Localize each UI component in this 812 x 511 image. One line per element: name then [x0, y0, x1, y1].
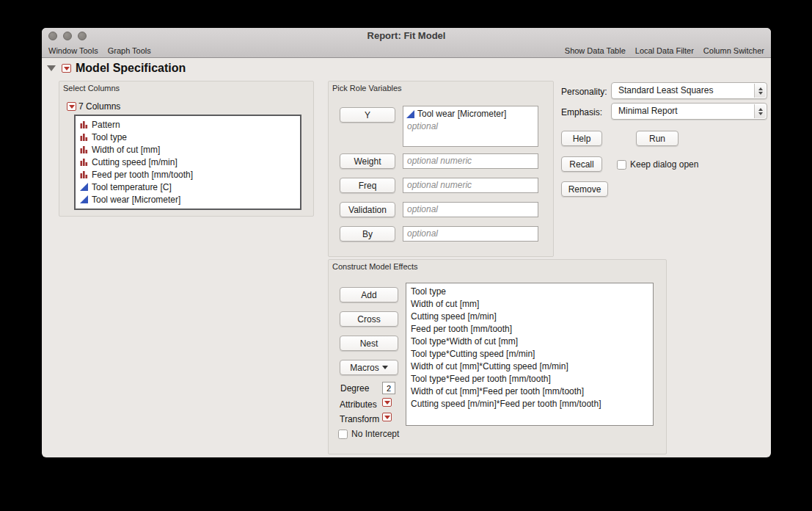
add-button[interactable]: Add: [340, 287, 398, 302]
y-role-box[interactable]: Tool wear [Micrometer] optional: [403, 106, 538, 147]
cross-button[interactable]: Cross: [340, 311, 398, 327]
transform-menu-icon[interactable]: [382, 413, 392, 421]
keep-dialog-open-row: Keep dialog open: [617, 159, 698, 170]
traffic-lights: [48, 32, 87, 40]
pick-role-variables-panel: Pick Role Variables Y Tool wear [Microme…: [328, 81, 554, 257]
by-role-box[interactable]: optional: [403, 226, 538, 242]
column-label: Tool wear [Micrometer]: [92, 195, 180, 205]
weight-placeholder: optional numeric: [403, 154, 538, 166]
nominal-column-icon: [80, 133, 88, 141]
construct-model-effects-panel: Construct Model Effects Add Cross Nest M…: [328, 259, 667, 454]
column-item[interactable]: Cutting speed [m/min]: [80, 156, 300, 168]
page-title: Model Specification: [76, 62, 186, 75]
window-title: Report: Fit Model: [42, 28, 771, 44]
toolbar-menu-item[interactable]: Window Tools: [48, 46, 98, 55]
outline-disclosure-icon[interactable]: [47, 65, 56, 71]
model-effect-item[interactable]: Tool type: [411, 286, 653, 298]
model-effect-item[interactable]: Tool type*Cutting speed [m/min]: [411, 348, 653, 360]
emphasis-dropdown[interactable]: Minimal Report: [611, 103, 767, 120]
continuous-column-icon: [80, 195, 88, 203]
degree-label: Degree: [340, 383, 369, 394]
model-effects-list[interactable]: Tool type Width of cut [mm] Cutting spee…: [406, 283, 654, 426]
window-toolbar: Window ToolsGraph Tools Show Data TableL…: [42, 44, 771, 58]
degree-input[interactable]: [382, 382, 395, 394]
pick-roles-title: Pick Role Variables: [332, 84, 402, 93]
recall-button[interactable]: Recall: [561, 156, 602, 172]
macros-button[interactable]: Macros: [340, 360, 398, 375]
model-effect-item[interactable]: Cutting speed [m/min]*Feed per tooth [mm…: [411, 398, 653, 410]
desktop-background: { "window": { "title": "Report: Fit Mode…: [0, 0, 812, 511]
column-label: Pattern: [92, 120, 120, 130]
column-item[interactable]: Tool type: [80, 131, 300, 143]
columns-list[interactable]: Pattern Tool type: [74, 115, 301, 210]
freq-placeholder: optional numeric: [403, 178, 538, 190]
no-intercept-checkbox[interactable]: [338, 430, 348, 439]
toolbar-menu-item[interactable]: Column Switcher: [703, 46, 764, 55]
dropdown-stepper-icon: [754, 104, 766, 118]
freq-role-box[interactable]: optional numeric: [403, 178, 538, 193]
nest-button[interactable]: Nest: [340, 336, 398, 351]
toolbar-menu-item[interactable]: Graph Tools: [108, 46, 151, 55]
column-item[interactable]: Pattern: [80, 118, 300, 131]
no-intercept-row: No Intercept: [338, 429, 399, 439]
fit-model-window: Report: Fit Model Window ToolsGraph Tool…: [42, 28, 771, 457]
nominal-column-icon: [80, 145, 88, 153]
keep-dialog-open-checkbox[interactable]: [617, 160, 626, 170]
attributes-menu-icon[interactable]: [382, 398, 392, 407]
model-effect-item[interactable]: Width of cut [mm]*Feed per tooth [mm/too…: [411, 385, 653, 398]
model-effect-item[interactable]: Tool type*Width of cut [mm]: [411, 336, 653, 348]
minimize-button[interactable]: [63, 32, 72, 40]
columns-red-triangle-icon[interactable]: [67, 102, 76, 111]
model-effect-item[interactable]: Cutting speed [m/min]: [411, 311, 653, 323]
toolbar-menu-item[interactable]: Local Data Filter: [635, 46, 694, 55]
close-button[interactable]: [48, 32, 57, 40]
select-columns-panel: Select Columns 7 Columns Pattern: [59, 81, 314, 217]
toolbar-menu-item[interactable]: Show Data Table: [565, 46, 626, 55]
select-columns-title: Select Columns: [63, 84, 120, 93]
window-titlebar: Report: Fit Model: [42, 28, 771, 44]
emphasis-label: Emphasis:: [561, 107, 602, 117]
nominal-column-icon: [80, 120, 88, 128]
model-effect-item[interactable]: Feed per tooth [mm/tooth]: [411, 323, 653, 336]
validation-role-box[interactable]: optional: [403, 202, 538, 217]
column-item[interactable]: Width of cut [mm]: [80, 143, 300, 156]
model-specification-header: Model Specification: [42, 59, 771, 78]
y-button[interactable]: Y: [340, 107, 395, 123]
macros-caret-icon: [382, 366, 388, 369]
red-triangle-menu-icon[interactable]: [62, 64, 71, 73]
y-role-placeholder: optional: [406, 120, 538, 131]
dropdown-stepper-icon: [754, 84, 766, 98]
effects-panel-title: Construct Model Effects: [332, 262, 418, 271]
nominal-column-icon: [80, 158, 88, 166]
nominal-column-icon: [80, 170, 88, 178]
freq-button[interactable]: Freq: [340, 178, 395, 193]
model-effect-item[interactable]: Width of cut [mm]*Cutting speed [m/min]: [411, 360, 653, 373]
remove-button[interactable]: Remove: [561, 181, 608, 197]
model-effect-item[interactable]: Tool type*Feed per tooth [mm/tooth]: [411, 373, 653, 385]
validation-button[interactable]: Validation: [340, 202, 395, 217]
run-button[interactable]: Run: [636, 131, 679, 146]
personality-value: Standard Least Squares: [618, 85, 713, 95]
help-button[interactable]: Help: [561, 131, 602, 146]
columns-count-label: 7 Columns: [78, 101, 120, 112]
column-label: Tool type: [92, 132, 127, 142]
personality-dropdown[interactable]: Standard Least Squares: [611, 82, 767, 99]
by-placeholder: optional: [403, 227, 538, 239]
validation-placeholder: optional: [403, 203, 538, 214]
by-button[interactable]: By: [340, 226, 395, 242]
column-item[interactable]: Tool temperature [C]: [80, 181, 300, 193]
zoom-button[interactable]: [78, 32, 87, 40]
emphasis-value: Minimal Report: [618, 106, 678, 116]
column-item[interactable]: Tool wear [Micrometer]: [80, 193, 300, 206]
model-effect-item[interactable]: Width of cut [mm]: [411, 298, 653, 311]
keep-dialog-open-label: Keep dialog open: [630, 159, 698, 170]
weight-button[interactable]: Weight: [340, 153, 395, 169]
continuous-column-icon: [406, 110, 414, 118]
columns-count-row: 7 Columns: [67, 101, 120, 112]
transform-label: Transform: [340, 414, 379, 424]
column-label: Tool temperature [C]: [92, 182, 172, 192]
continuous-column-icon: [80, 183, 88, 191]
column-item[interactable]: Feed per tooth [mm/tooth]: [80, 168, 300, 181]
y-role-value-row[interactable]: Tool wear [Micrometer]: [406, 108, 538, 120]
weight-role-box[interactable]: optional numeric: [403, 153, 538, 169]
